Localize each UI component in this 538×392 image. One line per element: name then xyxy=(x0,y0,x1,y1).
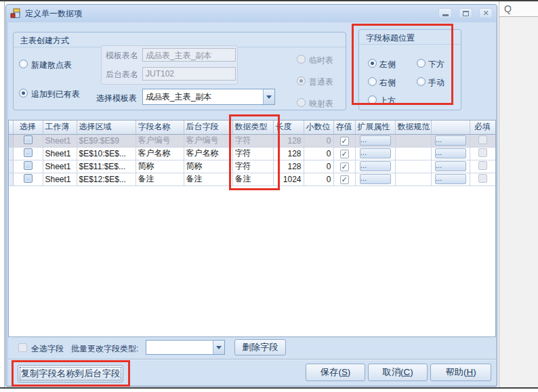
row-select-checkbox[interactable] xyxy=(24,135,33,144)
cell-ext-props[interactable]: … xyxy=(355,160,395,173)
cell-field-name[interactable]: 客户名称 xyxy=(136,147,184,160)
cell-store[interactable] xyxy=(333,147,355,160)
cell-range[interactable]: $E$10:$E$... xyxy=(77,147,136,160)
cell-workbook[interactable]: Sheet1 xyxy=(43,173,77,186)
cell-data-type[interactable]: 字符 xyxy=(232,147,273,160)
column-header-ext-props[interactable]: 扩展属性 xyxy=(355,121,395,134)
column-header-data-spec[interactable]: 数据规范 xyxy=(395,121,431,134)
radio-append-existing-table[interactable] xyxy=(19,89,28,97)
cell-data-spec[interactable] xyxy=(395,173,431,186)
cancel-button[interactable]: 取消(C) xyxy=(368,364,428,381)
cell-range[interactable]: $E$11:$E$... xyxy=(77,160,136,173)
column-header-backend-field[interactable]: 后台字段 xyxy=(184,121,232,134)
cell-length[interactable]: 128 xyxy=(273,160,304,173)
cell-required[interactable] xyxy=(470,173,495,186)
radio-new-scatter-table[interactable] xyxy=(19,60,28,68)
cell-store[interactable] xyxy=(333,134,355,147)
cell-decimals[interactable]: 0 xyxy=(304,134,333,147)
cell-field-name[interactable]: 简称 xyxy=(136,160,184,173)
cell-field-name[interactable]: 客户编号 xyxy=(136,134,184,147)
cell-select[interactable] xyxy=(13,173,43,186)
column-header-data-type[interactable]: 数据类型 xyxy=(232,121,273,134)
radio-position-left[interactable] xyxy=(368,59,377,68)
radio-position-above[interactable] xyxy=(368,95,377,104)
cell-decimals[interactable]: 0 xyxy=(304,173,333,186)
cell-backend-field[interactable]: 备注 xyxy=(184,173,232,186)
cell-length[interactable]: 128 xyxy=(273,147,304,160)
column-header-select[interactable]: 选择 xyxy=(13,121,43,134)
template-table-name-field[interactable]: 成品表_主表_副本 xyxy=(142,48,236,62)
cell-decimals[interactable]: 0 xyxy=(304,147,333,160)
cell-data-spec[interactable] xyxy=(395,147,431,160)
cell-store[interactable] xyxy=(333,160,355,173)
ellipsis-button[interactable]: … xyxy=(435,161,466,171)
minimize-button[interactable] xyxy=(438,8,452,18)
column-header-blank[interactable] xyxy=(431,121,470,134)
column-header-length[interactable]: 长度 xyxy=(273,121,304,134)
store-checkbox[interactable] xyxy=(340,175,349,184)
cell-ext-props[interactable]: … xyxy=(355,147,395,160)
store-checkbox[interactable] xyxy=(340,162,349,171)
store-checkbox[interactable] xyxy=(340,150,349,158)
radio-position-below[interactable] xyxy=(417,59,426,68)
select-template-table-combobox[interactable]: 成品表_主表_副本 xyxy=(142,89,275,105)
required-checkbox[interactable] xyxy=(478,135,487,144)
required-checkbox[interactable] xyxy=(478,148,487,157)
batch-change-type-combobox[interactable] xyxy=(146,340,225,355)
cell-select[interactable] xyxy=(13,147,43,160)
cell-backend-field[interactable]: 客户编号 xyxy=(184,134,232,147)
cell-field-name[interactable]: 备注 xyxy=(136,173,184,186)
cell-ext-props[interactable]: … xyxy=(355,134,395,147)
cell-data-type[interactable]: 字符 xyxy=(232,134,273,147)
cell-blank[interactable]: … xyxy=(431,134,470,147)
cell-workbook[interactable]: Sheet1 xyxy=(43,160,77,173)
delete-field-button[interactable]: 删除字段 xyxy=(234,339,286,355)
row-select-checkbox[interactable] xyxy=(24,161,33,170)
cell-data-type[interactable]: 备注 xyxy=(232,173,273,186)
cell-blank[interactable]: … xyxy=(431,160,470,173)
cell-select[interactable] xyxy=(13,160,43,173)
cell-backend-field[interactable]: 客户名称 xyxy=(184,147,232,160)
copy-field-names-button[interactable]: 复制字段名称到后台字段 xyxy=(18,365,123,383)
cell-blank[interactable]: … xyxy=(431,173,470,186)
column-header-store[interactable]: 存值 xyxy=(333,121,355,134)
title-bar[interactable]: 定义单一数据项 ✕ xyxy=(6,5,497,22)
close-button[interactable]: ✕ xyxy=(479,8,493,18)
ellipsis-button[interactable]: … xyxy=(435,174,466,184)
cell-backend-field[interactable]: 简称 xyxy=(184,160,232,173)
cell-data-spec[interactable] xyxy=(395,160,431,173)
ellipsis-button[interactable]: … xyxy=(360,161,391,171)
combobox-dropdown-button[interactable] xyxy=(213,341,224,354)
column-header-required[interactable]: 必填 xyxy=(470,121,495,134)
backend-table-name-field[interactable]: JUT102 xyxy=(142,67,236,81)
ellipsis-button[interactable]: … xyxy=(435,148,466,158)
cell-ext-props[interactable]: … xyxy=(355,173,395,186)
ellipsis-button[interactable]: … xyxy=(360,174,391,184)
cell-decimals[interactable]: 0 xyxy=(304,160,333,173)
radio-position-right[interactable] xyxy=(368,77,377,86)
cell-length[interactable]: 128 xyxy=(273,134,304,147)
column-header-range[interactable]: 选择区域 xyxy=(77,121,136,134)
cell-range[interactable]: $E$9:$E$9 xyxy=(77,134,136,147)
radio-position-manual[interactable] xyxy=(417,77,426,86)
cell-required[interactable] xyxy=(470,147,495,160)
column-header-field-name[interactable]: 字段名称 xyxy=(136,121,184,134)
column-header-decimals[interactable]: 小数位 xyxy=(304,121,333,134)
cell-blank[interactable]: … xyxy=(431,147,470,160)
cell-workbook[interactable]: Sheet1 xyxy=(43,147,77,160)
ellipsis-button[interactable]: … xyxy=(360,148,391,158)
cell-required[interactable] xyxy=(470,160,495,173)
store-checkbox[interactable] xyxy=(340,137,349,146)
maximize-button[interactable] xyxy=(459,8,472,18)
cell-data-type[interactable]: 字符 xyxy=(232,160,273,173)
save-button[interactable]: 保存(S) xyxy=(306,364,365,381)
cell-range[interactable]: $E$12:$E$... xyxy=(77,173,136,186)
cell-data-spec[interactable] xyxy=(395,134,431,147)
help-button[interactable]: 帮助(H) xyxy=(430,364,491,381)
required-checkbox[interactable] xyxy=(478,161,487,170)
cell-workbook[interactable]: Sheet1 xyxy=(43,134,77,147)
cell-select[interactable] xyxy=(13,134,43,147)
select-all-fields-checkbox[interactable] xyxy=(18,343,27,352)
ellipsis-button[interactable]: … xyxy=(360,135,391,146)
combobox-dropdown-button[interactable] xyxy=(263,89,274,104)
